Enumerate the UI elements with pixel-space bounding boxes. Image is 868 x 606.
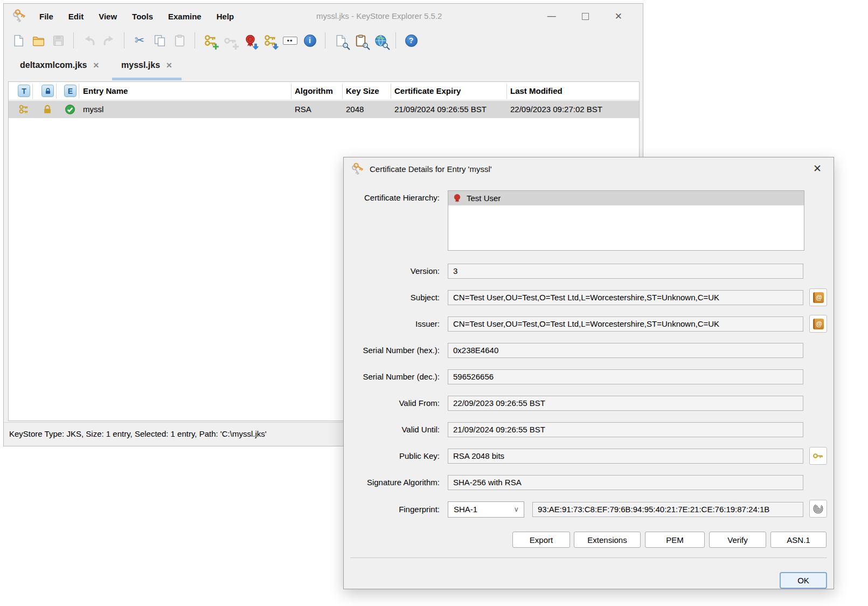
certificate-hierarchy-label: Certificate Hierarchy: [344, 190, 440, 205]
tab-myssl-jks[interactable]: myssl.jks ✕ [121, 52, 172, 78]
cell-last-modified: 22/09/2023 09:27:02 BST [510, 101, 602, 118]
menu-help[interactable]: Help [217, 12, 234, 21]
signature-algorithm-field[interactable]: SHA-256 with RSA [448, 475, 803, 490]
certificate-seal-icon [453, 194, 462, 203]
certificate-hierarchy-list: Test User [448, 190, 804, 251]
magnifier-icon [362, 42, 371, 51]
public-key-label: Public Key: [344, 449, 440, 464]
info-icon: i [304, 35, 316, 47]
examine-ssl-button[interactable] [372, 32, 388, 49]
column-lock-status-icon[interactable] [41, 85, 54, 97]
valid-until-label: Valid Until: [344, 422, 440, 437]
public-key-field[interactable]: RSA 2048 bits [448, 449, 803, 464]
tab-label: myssl.jks [121, 60, 160, 70]
menu-view[interactable]: View [99, 12, 117, 21]
undo-button[interactable] [81, 32, 97, 49]
view-issuer-details-button[interactable]: @ [809, 315, 827, 333]
open-keystore-button[interactable] [30, 32, 46, 49]
close-window-button[interactable]: ✕ [615, 12, 622, 21]
fingerprint-label: Fingerprint: [344, 502, 440, 517]
pem-button[interactable]: PEM [645, 532, 705, 548]
toolbar-separator [325, 32, 325, 49]
arrow-down-icon [272, 43, 279, 50]
plus-icon [212, 43, 219, 50]
fingerprint-field[interactable]: 93:AE:91:73:C8:EF:79:6B:94:95:40:21:7E:2… [532, 502, 803, 517]
plus-icon [232, 43, 239, 50]
serial-number-dec-label: Serial Number (dec.): [344, 369, 440, 384]
paste-button[interactable] [171, 32, 188, 49]
serial-number-hex-label: Serial Number (hex.): [344, 343, 440, 358]
chevron-down-icon: ∨ [513, 502, 519, 517]
valid-from-field[interactable]: 22/09/2023 09:26:55 BST [448, 396, 803, 411]
window-title: myssl.jks - KeyStore Explorer 5.5.2 [316, 4, 442, 29]
toolbar-separator [73, 32, 74, 49]
column-header-certificate-expiry[interactable]: Certificate Expiry [394, 82, 461, 100]
toolbar-separator [395, 32, 396, 49]
close-tab-icon[interactable]: ✕ [93, 61, 100, 70]
serial-number-hex-field[interactable]: 0x238E4640 [448, 343, 803, 358]
paste-icon [173, 34, 186, 47]
close-tab-icon[interactable]: ✕ [166, 61, 172, 70]
save-icon [52, 34, 65, 47]
view-public-key-button[interactable] [809, 447, 827, 465]
examine-clipboard-button[interactable] [352, 32, 369, 49]
column-header-key-size[interactable]: Key Size [346, 82, 379, 100]
new-keystore-button[interactable] [10, 32, 26, 49]
valid-until-field[interactable]: 21/09/2024 09:26:55 BST [448, 422, 803, 437]
dialog-separator [350, 557, 827, 558]
table-row[interactable]: myssl RSA 2048 21/09/2024 09:26:55 BST 2… [9, 101, 639, 118]
generate-secret-key-button[interactable] [222, 32, 238, 49]
cell-key-size: 2048 [346, 101, 364, 118]
signature-algorithm-label: Signature Algorithm: [344, 475, 440, 490]
properties-button[interactable]: i [302, 32, 318, 49]
copy-button[interactable] [151, 32, 168, 49]
menu-examine[interactable]: Examine [168, 12, 202, 21]
issuer-field[interactable]: CN=Test User,OU=Test,O=Test Ltd,L=Worces… [448, 316, 803, 332]
column-header-entry-name[interactable]: Entry Name [83, 82, 128, 100]
save-keystore-button[interactable] [50, 32, 66, 49]
menu-file[interactable]: File [39, 12, 53, 21]
hierarchy-item-test-user[interactable]: Test User [448, 191, 804, 205]
certificate-details-dialog: Certificate Details for Entry 'myssl' ✕ … [343, 157, 834, 589]
hierarchy-item-label: Test User [467, 194, 501, 203]
maximize-button[interactable] [582, 13, 589, 20]
dialog-title: Certificate Details for Entry 'myssl' [370, 157, 492, 181]
export-button[interactable]: Export [512, 532, 570, 548]
import-trusted-certificate-button[interactable] [242, 32, 258, 49]
menu-edit[interactable]: Edit [68, 12, 84, 21]
set-password-button[interactable]: •• [282, 32, 298, 49]
close-dialog-button[interactable]: ✕ [813, 162, 822, 175]
examine-file-button[interactable] [332, 32, 349, 49]
extensions-button[interactable]: Extensions [574, 532, 641, 548]
fingerprint-algorithm-dropdown[interactable]: SHA-1 ∨ [448, 501, 524, 518]
redo-icon [102, 34, 116, 47]
view-subject-details-button[interactable]: @ [809, 288, 827, 306]
redo-button[interactable] [101, 32, 117, 49]
menu-tools[interactable]: Tools [132, 12, 153, 21]
verify-button[interactable]: Verify [709, 532, 766, 548]
minimize-button[interactable]: — [547, 12, 556, 20]
menu-bar: File Edit View Tools Examine Help myssl.… [4, 4, 643, 29]
key-pair-entry-icon [18, 104, 29, 115]
key-icon [813, 450, 824, 462]
ok-button[interactable]: OK [780, 572, 827, 589]
view-fingerprint-button[interactable] [809, 500, 827, 518]
generate-key-pair-button[interactable] [202, 32, 218, 49]
serial-number-dec-field[interactable]: 596526656 [448, 369, 803, 384]
version-field[interactable]: 3 [448, 264, 803, 279]
fingerprint-algorithm-value: SHA-1 [454, 505, 477, 514]
arrow-down-icon [252, 43, 259, 50]
asn1-button[interactable]: ASN.1 [770, 532, 827, 548]
tab-deltaxmlcom-jks[interactable]: deltaxmlcom.jks ✕ [20, 52, 99, 78]
address-book-icon: @ [813, 319, 824, 329]
new-file-icon [12, 34, 25, 47]
import-key-pair-button[interactable] [262, 32, 278, 49]
cell-entry-name: myssl [83, 101, 103, 118]
column-header-algorithm[interactable]: Algorithm [295, 82, 333, 100]
column-type-icon[interactable]: T [18, 85, 30, 97]
column-header-last-modified[interactable]: Last Modified [510, 82, 563, 100]
cut-button[interactable]: ✂ [131, 32, 148, 49]
column-expiry-status-icon[interactable]: E [64, 85, 77, 97]
help-button[interactable]: ? [403, 32, 419, 49]
subject-field[interactable]: CN=Test User,OU=Test,O=Test Ltd,L=Worces… [448, 290, 803, 305]
